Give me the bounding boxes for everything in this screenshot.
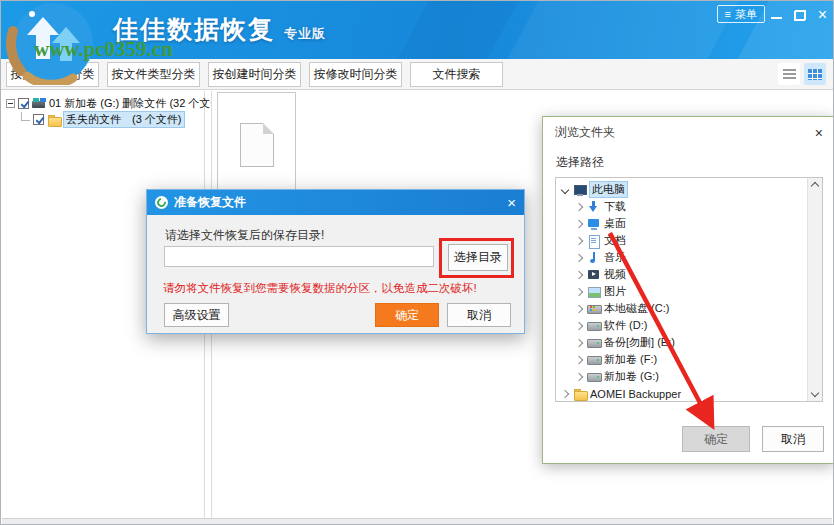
drive-icon: [32, 97, 46, 111]
tab-3[interactable]: 按创建时间分类: [208, 62, 301, 87]
video-icon: [587, 268, 601, 282]
folder-tree-item[interactable]: AOMEI Backupper: [556, 385, 807, 402]
chevron-right-icon[interactable]: [575, 304, 583, 312]
chevron-right-icon[interactable]: [575, 287, 583, 295]
scrollbar[interactable]: [807, 178, 822, 401]
browse-dialog-title: 浏览文件夹: [555, 124, 615, 141]
folder-tree-box: 此电脑下载桌面文档音乐视频图片本地磁盘 (C:)软件 (D:)备份[勿删] (E…: [555, 177, 823, 402]
close-button[interactable]: ×: [818, 8, 827, 22]
tab-label: 按创建时间分类: [213, 66, 297, 83]
folder-tree-item[interactable]: 新加卷 (G:): [556, 368, 807, 385]
checkbox-checked[interactable]: [18, 98, 29, 109]
grid-view-button[interactable]: [804, 63, 826, 85]
folder-tree-item-label: 软件 (D:): [604, 318, 647, 333]
tree-item-label: 丢失的文件 (3 个文件): [64, 112, 184, 127]
folder-tree-item[interactable]: 新加卷 (F:): [556, 351, 807, 368]
edition-badge: 专业版: [284, 26, 326, 41]
folder-tree-item-label: AOMEI Backupper: [590, 388, 681, 400]
tree-item-volume-g[interactable]: 01 新加卷 (G:) 删除文件 (32 个文件): [6, 96, 225, 111]
scroll-down-icon[interactable]: [811, 389, 819, 397]
chevron-right-icon[interactable]: [575, 321, 583, 329]
document-icon: [587, 234, 601, 248]
disk-c-icon: [587, 302, 601, 316]
browse-ok-button[interactable]: 确定: [682, 426, 750, 452]
desktop-icon: [587, 217, 601, 231]
tab-5[interactable]: 文件搜索: [410, 62, 503, 87]
chevron-right-icon[interactable]: [575, 202, 583, 210]
folder-tree: 此电脑下载桌面文档音乐视频图片本地磁盘 (C:)软件 (D:)备份[勿删] (E…: [556, 181, 807, 401]
folder-tree-item-label: 备份[勿删] (E:): [604, 335, 675, 350]
menu-label: 菜单: [735, 7, 757, 22]
folder-tree-item[interactable]: 本地磁盘 (C:): [556, 300, 807, 317]
folder-icon: [47, 113, 61, 127]
folder-tree-item-label: 下载: [604, 199, 626, 214]
grid-view-icon: [808, 69, 822, 80]
watermark-text: www.pc0359.cn: [34, 37, 173, 62]
recover-cancel-button[interactable]: 取消: [447, 303, 511, 327]
folder-tree-item-label: 新加卷 (F:): [604, 352, 657, 367]
browse-folder-dialog: 浏览文件夹 × 选择路径 此电脑下载桌面文档音乐视频图片本地磁盘 (C:)软件 …: [542, 116, 834, 464]
scroll-up-icon[interactable]: [811, 182, 819, 190]
recover-dialog-title: 准备恢复文件: [174, 194, 246, 211]
disk-icon: [587, 319, 601, 333]
chevron-right-icon[interactable]: [575, 338, 583, 346]
folder-tree-item-label: 新加卷 (G:): [604, 369, 659, 384]
folder-tree-item-label: 本地磁盘 (C:): [604, 301, 669, 316]
tab-2[interactable]: 按文件类型分类: [107, 62, 200, 87]
chevron-right-icon[interactable]: [575, 270, 583, 278]
folder-tree-item[interactable]: 视频: [556, 266, 807, 283]
minimize-button[interactable]: [771, 17, 782, 19]
folder-tree-item-label: 图片: [604, 284, 626, 299]
recover-dialog-close-icon[interactable]: ×: [507, 195, 516, 210]
folder-tree-item[interactable]: 图片: [556, 283, 807, 300]
collapse-icon[interactable]: [6, 99, 15, 108]
tab-label: 按修改时间分类: [314, 66, 398, 83]
browse-dialog-titlebar: 浏览文件夹 ×: [543, 117, 833, 141]
pc-icon: [573, 183, 587, 197]
list-view-button[interactable]: [778, 63, 800, 85]
choose-directory-button[interactable]: 选择目录: [448, 244, 508, 271]
chevron-right-icon[interactable]: [561, 389, 569, 397]
folder-tree-item-label: 此电脑: [590, 182, 627, 197]
advanced-settings-button[interactable]: 高级设置: [164, 303, 229, 327]
tab-label: 文件搜索: [433, 66, 481, 83]
titlebar-decoration: [398, 1, 519, 59]
chevron-right-icon[interactable]: [575, 253, 583, 261]
save-dir-prompt: 请选择文件恢复后的保存目录!: [165, 227, 324, 244]
folder-tree-item[interactable]: 音乐: [556, 249, 807, 266]
folder-tree-item[interactable]: 下载: [556, 198, 807, 215]
browse-dialog-close-icon[interactable]: ×: [815, 126, 823, 140]
folder-tree-item[interactable]: 文档: [556, 232, 807, 249]
disk-icon: [587, 336, 601, 350]
save-dir-input[interactable]: [164, 246, 434, 267]
window-controls: ×: [771, 7, 827, 23]
warning-text: 请勿将文件恢复到您需要恢复数据的分区，以免造成二次破坏!: [163, 281, 477, 296]
folder-tree-item-label: 视频: [604, 267, 626, 282]
tree-connector: [21, 112, 30, 121]
maximize-button[interactable]: [794, 10, 806, 21]
folder-tree-item[interactable]: 桌面: [556, 215, 807, 232]
tab-4[interactable]: 按修改时间分类: [309, 62, 402, 87]
chevron-right-icon[interactable]: [575, 355, 583, 363]
folder-tree-item[interactable]: 此电脑: [556, 181, 807, 198]
recover-dialog-titlebar: 准备恢复文件 ×: [147, 190, 524, 215]
folder-tree-item[interactable]: 备份[勿删] (E:): [556, 334, 807, 351]
folder-tree-item-label: 文档: [604, 233, 626, 248]
app-window: 佳佳数据恢复专业版 www.pc0359.cn ≡ 菜单 × 按文件路径分类按文…: [0, 0, 834, 525]
disk-icon: [587, 370, 601, 384]
window-bottom-edge: [2, 518, 832, 524]
tree-item-lost-files[interactable]: 丢失的文件 (3 个文件): [21, 112, 184, 127]
chevron-right-icon[interactable]: [575, 219, 583, 227]
recover-dialog: 准备恢复文件 × 请选择文件恢复后的保存目录! 选择目录 请勿将文件恢复到您需要…: [146, 189, 525, 334]
chevron-right-icon[interactable]: [575, 236, 583, 244]
folder-tree-item[interactable]: 软件 (D:): [556, 317, 807, 334]
chevron-right-icon[interactable]: [575, 372, 583, 380]
menu-button[interactable]: ≡ 菜单: [717, 5, 765, 23]
chevron-down-icon[interactable]: [561, 185, 569, 193]
folder-tree-item-label: 音乐: [604, 250, 626, 265]
browse-cancel-button[interactable]: 取消: [762, 426, 824, 452]
checkbox-checked[interactable]: [33, 114, 44, 125]
recover-dialog-icon: [155, 196, 168, 209]
document-thumbnail-icon: [240, 123, 274, 167]
recover-ok-button[interactable]: 确定: [375, 303, 439, 327]
